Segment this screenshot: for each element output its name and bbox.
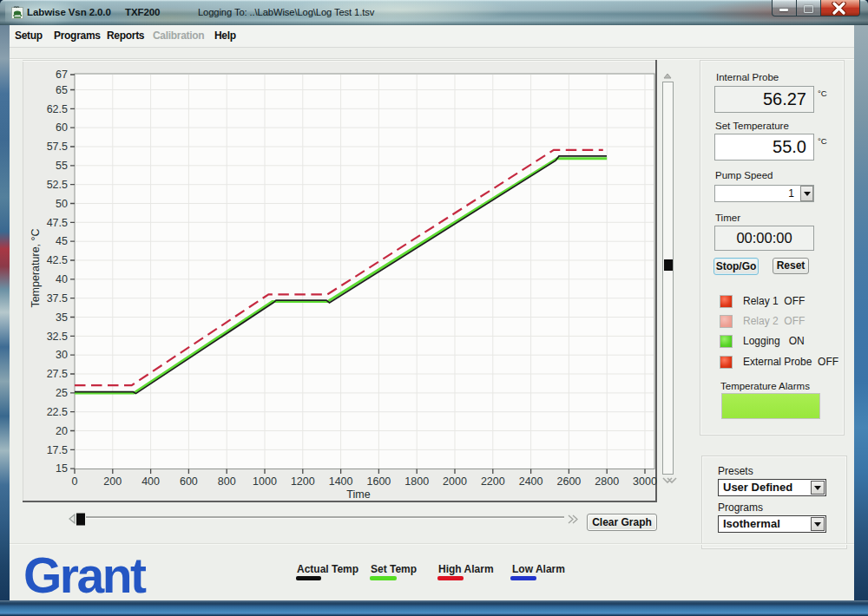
svg-text:47.5: 47.5 xyxy=(47,217,68,229)
svg-text:1600: 1600 xyxy=(366,475,391,488)
svg-text:200: 200 xyxy=(103,475,122,488)
svg-text:37.5: 37.5 xyxy=(47,292,68,305)
svg-text:30: 30 xyxy=(56,349,68,361)
svg-text:42.5: 42.5 xyxy=(47,254,68,266)
svg-text:3000: 3000 xyxy=(633,475,657,488)
svg-text:60: 60 xyxy=(56,121,68,134)
svg-text:1200: 1200 xyxy=(291,475,315,488)
svg-text:22.5: 22.5 xyxy=(47,406,68,418)
svg-text:2000: 2000 xyxy=(443,475,467,488)
svg-text:800: 800 xyxy=(218,475,236,488)
svg-text:400: 400 xyxy=(141,475,160,488)
svg-text:2200: 2200 xyxy=(481,475,505,488)
svg-text:Temperature, °C: Temperature, °C xyxy=(30,228,42,307)
svg-text:25: 25 xyxy=(56,387,68,399)
svg-text:2600: 2600 xyxy=(556,475,581,488)
svg-text:Time: Time xyxy=(346,488,370,501)
svg-text:600: 600 xyxy=(180,475,198,488)
svg-text:67: 67 xyxy=(56,69,68,81)
svg-text:15: 15 xyxy=(56,462,68,475)
svg-text:17.5: 17.5 xyxy=(47,444,68,456)
svg-text:2800: 2800 xyxy=(595,475,619,488)
svg-text:52.5: 52.5 xyxy=(47,179,68,191)
svg-text:55: 55 xyxy=(56,160,68,172)
svg-text:1000: 1000 xyxy=(253,475,277,488)
svg-text:57.5: 57.5 xyxy=(47,141,68,153)
svg-text:27.5: 27.5 xyxy=(47,368,68,380)
svg-text:0: 0 xyxy=(72,475,78,488)
svg-text:32.5: 32.5 xyxy=(47,331,68,343)
svg-text:45: 45 xyxy=(56,235,68,247)
svg-text:40: 40 xyxy=(56,273,68,285)
svg-text:62.5: 62.5 xyxy=(47,103,68,115)
svg-text:1800: 1800 xyxy=(404,475,429,488)
svg-text:20: 20 xyxy=(56,425,68,437)
svg-text:1400: 1400 xyxy=(329,475,353,488)
svg-text:2400: 2400 xyxy=(519,475,543,488)
svg-text:35: 35 xyxy=(56,311,68,324)
svg-text:65: 65 xyxy=(56,84,68,96)
svg-text:50: 50 xyxy=(56,198,68,210)
